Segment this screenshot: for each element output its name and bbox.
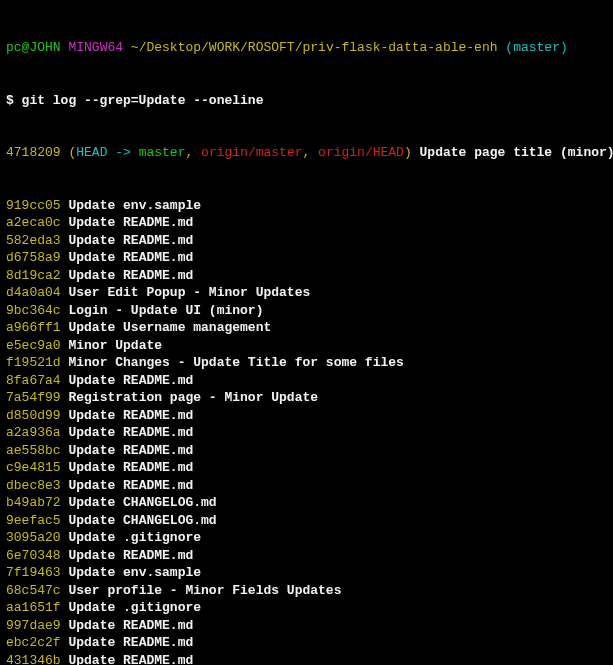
commit-line: 7f19463 Update env.sample <box>6 564 607 582</box>
commit-hash: a2eca0c <box>6 215 61 230</box>
commit-line: 997dae9 Update README.md <box>6 617 607 635</box>
commit-message: Update env.sample <box>68 565 201 580</box>
commit-line: aa1651f Update .gitignore <box>6 599 607 617</box>
commit-message: Update README.md <box>68 653 193 666</box>
commit-hash: d6758a9 <box>6 250 61 265</box>
ref-remote-head: origin/HEAD <box>318 145 404 160</box>
commit-message: Minor Changes - Update Title for some fi… <box>68 355 403 370</box>
commit-message: Update env.sample <box>68 198 201 213</box>
commit-line: ae558bc Update README.md <box>6 442 607 460</box>
commit-hash: 4718209 <box>6 145 61 160</box>
commit-line: d6758a9 Update README.md <box>6 249 607 267</box>
commit-line: e5ec9a0 Minor Update <box>6 337 607 355</box>
commit-hash: aa1651f <box>6 600 61 615</box>
commit-message: Update .gitignore <box>68 530 201 545</box>
ref-head: HEAD -> <box>76 145 138 160</box>
commit-hash: 8d19ca2 <box>6 268 61 283</box>
commit-hash: 6e70348 <box>6 548 61 563</box>
commit-hash: c9e4815 <box>6 460 61 475</box>
commit-line: 8d19ca2 Update README.md <box>6 267 607 285</box>
commit-message: Update README.md <box>68 215 193 230</box>
commit-message: Login - Update UI (minor) <box>68 303 263 318</box>
prompt-cwd: ~/Desktop/WORK/ROSOFT/priv-flask-datta-a… <box>131 40 498 55</box>
commit-line: 582eda3 Update README.md <box>6 232 607 250</box>
commit-hash: 9eefac5 <box>6 513 61 528</box>
commit-message: User profile - Minor Fields Updates <box>68 583 341 598</box>
commit-line: 3095a20 Update .gitignore <box>6 529 607 547</box>
commit-message: Update CHANGELOG.md <box>68 495 216 510</box>
commit-hash: 431346b <box>6 653 61 666</box>
commit-message: Update README.md <box>68 443 193 458</box>
commit-line: d4a0a04 User Edit Popup - Minor Updates <box>6 284 607 302</box>
commit-hash: 7f19463 <box>6 565 61 580</box>
commit-hash: 997dae9 <box>6 618 61 633</box>
ref-sep: , <box>303 145 319 160</box>
commit-hash: e5ec9a0 <box>6 338 61 353</box>
ref-remote-branch: origin/master <box>201 145 302 160</box>
commit-message: User Edit Popup - Minor Updates <box>68 285 310 300</box>
commit-message: Update README.md <box>68 635 193 650</box>
commit-line: c9e4815 Update README.md <box>6 459 607 477</box>
commit-hash: 8fa67a4 <box>6 373 61 388</box>
commit-hash: 68c547c <box>6 583 61 598</box>
commit-message: Update Username management <box>68 320 271 335</box>
commit-line: 6e70348 Update README.md <box>6 547 607 565</box>
head-commit-line: 4718209 (HEAD -> master, origin/master, … <box>6 144 607 162</box>
commit-message: Update README.md <box>68 478 193 493</box>
commit-hash: 582eda3 <box>6 233 61 248</box>
terminal-output: pc@JOHN MINGW64 ~/Desktop/WORK/ROSOFT/pr… <box>0 0 613 665</box>
commit-message: Update README.md <box>68 268 193 283</box>
commit-message: Update README.md <box>68 618 193 633</box>
commit-line: d850d99 Update README.md <box>6 407 607 425</box>
commit-line: f19521d Minor Changes - Update Title for… <box>6 354 607 372</box>
commit-line: 919cc05 Update env.sample <box>6 197 607 215</box>
commit-message: Update README.md <box>68 548 193 563</box>
commit-line: 431346b Update README.md <box>6 652 607 666</box>
ref-close: ) <box>404 145 412 160</box>
commit-line: a966ff1 Update Username management <box>6 319 607 337</box>
commit-line: ebc2c2f Update README.md <box>6 634 607 652</box>
commit-message: Update README.md <box>68 233 193 248</box>
commit-hash: ae558bc <box>6 443 61 458</box>
commit-hash: dbec8e3 <box>6 478 61 493</box>
ref-local-branch: master <box>139 145 186 160</box>
commit-message: Registration page - Minor Update <box>68 390 318 405</box>
commit-hash: b49ab72 <box>6 495 61 510</box>
commit-line: a2eca0c Update README.md <box>6 214 607 232</box>
commit-line: 68c547c User profile - Minor Fields Upda… <box>6 582 607 600</box>
commit-hash: f19521d <box>6 355 61 370</box>
commit-message: Update page title (minor) <box>412 145 613 160</box>
commit-hash: ebc2c2f <box>6 635 61 650</box>
ref-sep: , <box>185 145 201 160</box>
commit-message: Minor Update <box>68 338 162 353</box>
prompt-userhost: pc@JOHN <box>6 40 61 55</box>
prompt-shell: MINGW64 <box>68 40 123 55</box>
commit-hash: a966ff1 <box>6 320 61 335</box>
commit-line: 9eefac5 Update CHANGELOG.md <box>6 512 607 530</box>
commit-line: b49ab72 Update CHANGELOG.md <box>6 494 607 512</box>
commit-hash: a2a936a <box>6 425 61 440</box>
commit-line: 9bc364c Login - Update UI (minor) <box>6 302 607 320</box>
commit-message: Update .gitignore <box>68 600 201 615</box>
commit-line: a2a936a Update README.md <box>6 424 607 442</box>
commit-line: 7a54f99 Registration page - Minor Update <box>6 389 607 407</box>
commit-line: dbec8e3 Update README.md <box>6 477 607 495</box>
command-line: $ git log --grep=Update --oneline <box>6 92 607 110</box>
prompt-line: pc@JOHN MINGW64 ~/Desktop/WORK/ROSOFT/pr… <box>6 39 607 57</box>
prompt-branch: (master) <box>505 40 567 55</box>
commit-hash: 7a54f99 <box>6 390 61 405</box>
commit-message: Update README.md <box>68 250 193 265</box>
commit-message: Update README.md <box>68 460 193 475</box>
commit-hash: 9bc364c <box>6 303 61 318</box>
commit-hash: 919cc05 <box>6 198 61 213</box>
commit-line: 8fa67a4 Update README.md <box>6 372 607 390</box>
commit-message: Update README.md <box>68 408 193 423</box>
commit-message: Update CHANGELOG.md <box>68 513 216 528</box>
commit-hash: d850d99 <box>6 408 61 423</box>
commit-list: 919cc05 Update env.samplea2eca0c Update … <box>6 197 607 666</box>
commit-message: Update README.md <box>68 373 193 388</box>
commit-hash: 3095a20 <box>6 530 61 545</box>
commit-hash: d4a0a04 <box>6 285 61 300</box>
commit-message: Update README.md <box>68 425 193 440</box>
